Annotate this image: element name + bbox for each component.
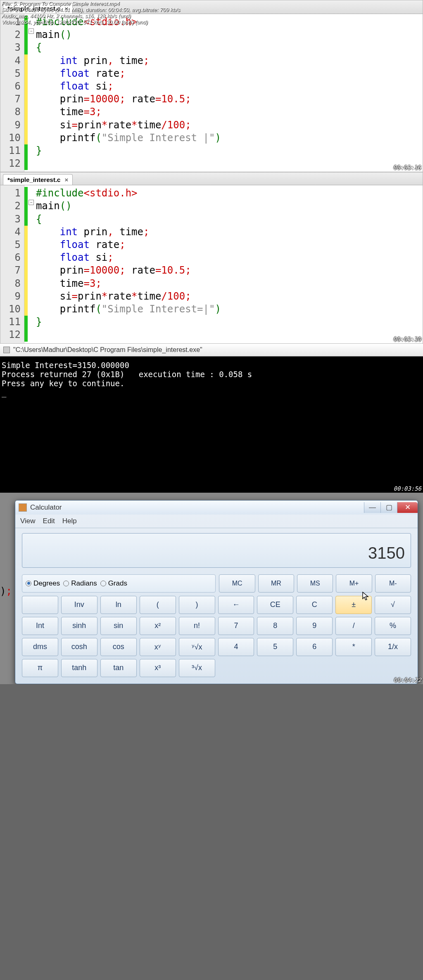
timestamp: 00:03:30 xyxy=(393,336,421,342)
btn-c[interactable]: C xyxy=(296,596,333,614)
timestamp: 00:03:56 xyxy=(394,485,421,492)
btn-sqrt[interactable]: √ xyxy=(375,596,411,614)
btn-cosh[interactable]: cosh xyxy=(61,638,97,656)
calculator-window: Calculator — ▢ ✕ View Edit Help 3150 Deg… xyxy=(15,500,418,684)
code-area[interactable]: 123 456 789 101112 − #include<stdio.h> m… xyxy=(0,185,423,343)
btn-mc[interactable]: MC xyxy=(219,574,255,593)
radio-radians[interactable] xyxy=(63,581,69,586)
btn-nfact[interactable]: n! xyxy=(179,617,215,635)
fold-icon[interactable]: − xyxy=(29,28,34,34)
code-area[interactable]: 123 456 789 101112 − #include<stdio.h> m… xyxy=(0,14,423,172)
tab-bar: *simple_interest.c × xyxy=(0,172,423,185)
line-gutter: 123 456 789 101112 xyxy=(0,14,24,172)
btn-ms[interactable]: MS xyxy=(297,574,333,593)
calc-menu: View Edit Help xyxy=(15,515,418,528)
console-output: "C:\Users\Madhur\Desktop\C Program Files… xyxy=(0,344,423,493)
btn-plusminus[interactable]: ± xyxy=(335,596,372,614)
calc-titlebar[interactable]: Calculator — ▢ ✕ xyxy=(15,501,418,515)
menu-help[interactable]: Help xyxy=(62,517,77,525)
btn-pi[interactable]: π xyxy=(22,659,58,677)
timestamp: 00:04:22 xyxy=(394,677,421,683)
btn-mr[interactable]: MR xyxy=(258,574,294,593)
btn-yroot[interactable]: ʸ√x xyxy=(179,638,215,656)
btn-divide[interactable]: / xyxy=(335,617,372,635)
angle-mode-group: Degrees Radians Grads xyxy=(22,574,216,593)
calc-display: 3150 xyxy=(22,533,411,568)
btn-ln[interactable]: ln xyxy=(100,596,137,614)
timestamp: 00:03:16 xyxy=(393,164,421,171)
close-icon[interactable]: × xyxy=(64,176,68,183)
calculator-icon xyxy=(19,503,27,512)
radio-degrees[interactable] xyxy=(26,581,31,586)
btn-backspace[interactable]: ← xyxy=(218,596,254,614)
btn-reciprocal[interactable]: 1/x xyxy=(375,638,411,656)
maximize-button[interactable]: ▢ xyxy=(380,502,397,513)
btn-5[interactable]: 5 xyxy=(257,638,293,656)
btn-8[interactable]: 8 xyxy=(257,617,293,635)
btn-tanh[interactable]: tanh xyxy=(61,659,97,677)
btn-m-minus[interactable]: M- xyxy=(375,574,411,593)
close-button[interactable]: ✕ xyxy=(397,502,418,513)
console-path: "C:\Users\Madhur\Desktop\C Program Files… xyxy=(13,346,202,354)
calc-button-grid: Inv ln ( ) ← CE C ± √ Int sinh sin x² n!… xyxy=(22,596,411,677)
menu-edit[interactable]: Edit xyxy=(43,517,55,525)
btn-7[interactable]: 7 xyxy=(218,617,254,635)
btn-x3[interactable]: x³ xyxy=(140,659,176,677)
btn-int[interactable]: Int xyxy=(22,617,58,635)
btn-multiply[interactable]: * xyxy=(335,638,372,656)
fold-icon[interactable]: − xyxy=(29,200,34,205)
btn-sin[interactable]: sin xyxy=(100,617,137,635)
btn-blank[interactable] xyxy=(22,596,58,614)
btn-rparen[interactable]: ) xyxy=(179,596,215,614)
btn-ce[interactable]: CE xyxy=(257,596,293,614)
btn-6[interactable]: 6 xyxy=(296,638,333,656)
btn-xy[interactable]: xʸ xyxy=(140,638,176,656)
btn-cos[interactable]: cos xyxy=(100,638,137,656)
btn-tan[interactable]: tan xyxy=(100,659,137,677)
editor-tab[interactable]: *simple_interest.c × xyxy=(3,174,73,185)
btn-lparen[interactable]: ( xyxy=(140,596,176,614)
tab-label: *simple_interest.c xyxy=(7,176,60,183)
calculator-panel: ); Calculator — ▢ ✕ View Edit Help 3150 … xyxy=(0,493,423,684)
line-gutter: 123 456 789 101112 xyxy=(0,185,24,343)
btn-9[interactable]: 9 xyxy=(296,617,333,635)
code-body[interactable]: − #include<stdio.h> main() { int prin, t… xyxy=(24,14,423,172)
minimize-button[interactable]: — xyxy=(364,502,380,513)
code-fragment: ); xyxy=(0,586,12,597)
btn-inv[interactable]: Inv xyxy=(61,596,97,614)
btn-m-plus[interactable]: M+ xyxy=(336,574,372,593)
code-editor-2: *simple_interest.c × 123 456 789 101112 … xyxy=(0,172,423,343)
console-titlebar: "C:\Users\Madhur\Desktop\C Program Files… xyxy=(0,344,423,357)
code-body[interactable]: − #include<stdio.h> main() { int prin, t… xyxy=(24,185,423,343)
btn-dms[interactable]: dms xyxy=(22,638,58,656)
btn-sinh[interactable]: sinh xyxy=(61,617,97,635)
radio-grads[interactable] xyxy=(100,581,106,586)
btn-percent[interactable]: % xyxy=(375,617,411,635)
app-icon xyxy=(3,347,10,353)
btn-4[interactable]: 4 xyxy=(218,638,254,656)
btn-cuberoot[interactable]: ³√x xyxy=(179,659,215,677)
calc-title: Calculator xyxy=(30,503,364,512)
file-info-overlay: File: 5. Program To Compute Simple Inter… xyxy=(0,0,182,26)
menu-view[interactable]: View xyxy=(20,517,36,525)
console-body[interactable]: Simple Interest=3150.000000 Process retu… xyxy=(0,357,423,493)
btn-x2[interactable]: x² xyxy=(140,617,176,635)
